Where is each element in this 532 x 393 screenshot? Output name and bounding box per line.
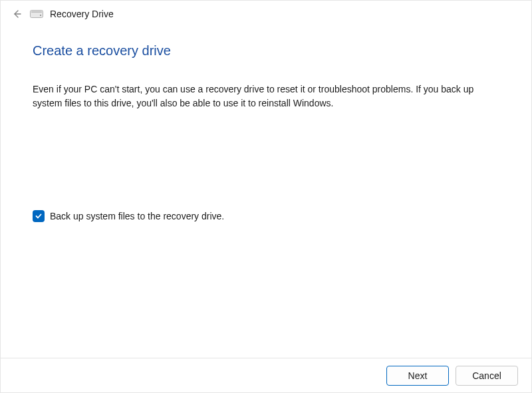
recovery-drive-icon: [30, 9, 43, 19]
wizard-header: Recovery Drive: [1, 1, 531, 27]
svg-point-2: [40, 15, 41, 16]
wizard-content: Create a recovery drive Even if your PC …: [1, 27, 531, 222]
next-button[interactable]: Next: [386, 366, 449, 386]
description-text: Even if your PC can't start, you can use…: [33, 82, 485, 110]
wizard-footer: Next Cancel: [1, 358, 531, 392]
svg-rect-1: [31, 11, 42, 13]
window-title: Recovery Drive: [50, 9, 114, 19]
backup-checkbox-label: Back up system files to the recovery dri…: [50, 211, 224, 221]
cancel-button[interactable]: Cancel: [456, 366, 518, 386]
backup-checkbox[interactable]: [33, 210, 45, 222]
page-title: Create a recovery drive: [33, 43, 499, 59]
backup-checkbox-row[interactable]: Back up system files to the recovery dri…: [33, 210, 499, 222]
back-arrow-icon[interactable]: [10, 7, 23, 21]
